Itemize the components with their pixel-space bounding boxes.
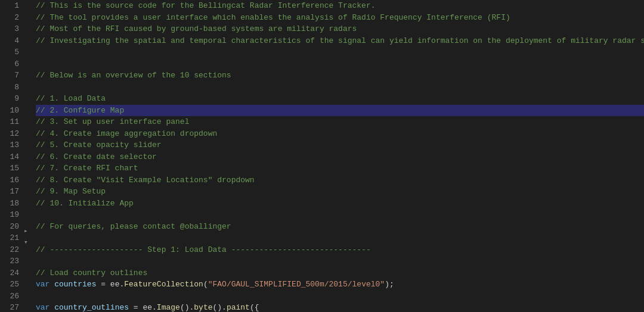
fold-icon-28 [24, 249, 33, 258]
token-variable: country_outlines [54, 303, 129, 312]
fold-icon-27[interactable]: ▾ [24, 237, 33, 249]
token-function-name: FeatureCollection [124, 280, 203, 289]
code-line-16: // 8. Create "Visit Example Locations" d… [36, 174, 644, 186]
fold-icon-5 [24, 36, 33, 45]
code-line-3: // Most of the RFI caused by ground-base… [36, 23, 644, 35]
fold-icon-26[interactable]: ▸ [24, 226, 33, 238]
line-number-26: 26 [0, 291, 19, 302]
fold-icon-20 [24, 171, 33, 180]
token-plain: ee. [143, 303, 156, 312]
line-number-14: 14 [0, 151, 19, 163]
code-line-7: // Below is an overview of the 10 sectio… [36, 70, 644, 82]
token-comment: // This is the source code for the Belli… [36, 1, 376, 10]
token-plain: ee. [110, 280, 124, 289]
code-line-18: // 10. Initialize App [36, 198, 644, 210]
line-number-19: 19 [0, 209, 19, 221]
token-comment: // -------------------- Step 1: Load Dat… [36, 245, 371, 254]
code-line-4: // Investigating the spatial and tempora… [36, 35, 644, 47]
fold-icon-23 [24, 198, 33, 207]
line-number-17: 17 [0, 186, 19, 198]
token-plain: ({ [250, 303, 259, 312]
code-line-22: // -------------------- Step 1: Load Dat… [36, 244, 644, 256]
token-variable: countries [54, 280, 96, 289]
token-comment: // 4. Create image aggregation dropdown [36, 129, 217, 138]
fold-icon-22 [24, 189, 33, 198]
token-comment: // 7. Create RFI chart [36, 164, 138, 173]
line-number-24: 24 [0, 267, 19, 279]
code-line-24: // Load country outlines [36, 267, 644, 279]
token-comment: // The tool provides a user interface wh… [36, 13, 510, 22]
token-keyword: var [36, 280, 54, 289]
code-line-25: var countries = ee.FeatureCollection("FA… [36, 279, 644, 291]
fold-icon-34 [24, 303, 33, 312]
fold-icon-8 [24, 63, 33, 72]
fold-icon-16 [24, 135, 33, 144]
token-comment: // For queries, please contact @oballing… [36, 222, 231, 231]
code-line-23 [36, 255, 644, 267]
token-plain: ( [203, 280, 208, 289]
code-line-10: // 2. Configure Map [36, 105, 644, 117]
line-numbers: 1234567891011121314151617181920212223242… [0, 0, 24, 312]
line-number-7: 7 [0, 70, 19, 82]
fold-icon-7 [24, 54, 33, 63]
token-function-name: Image [157, 303, 180, 312]
token-plain: = [129, 303, 143, 312]
fold-icon-32 [24, 285, 33, 294]
line-number-4: 4 [0, 35, 19, 47]
fold-icon-3 [24, 18, 33, 27]
token-keyword: var [36, 303, 54, 312]
token-comment: // Most of the RFI caused by ground-base… [36, 24, 357, 33]
token-comment: // 2. Configure Map [36, 106, 124, 115]
line-number-25: 25 [0, 279, 19, 291]
code-line-5 [36, 46, 644, 58]
token-function-name: byte [194, 303, 212, 312]
code-line-9: // 1. Load Data [36, 93, 644, 105]
line-number-2: 2 [0, 12, 19, 24]
code-line-6 [36, 58, 644, 70]
fold-icon-9 [24, 72, 33, 81]
fold-icon-13 [24, 108, 33, 117]
code-line-27: var country_outlines = ee.Image().byte()… [36, 302, 644, 312]
line-number-3: 3 [0, 23, 19, 35]
fold-icon-11 [24, 91, 33, 99]
token-comment: // Investigating the spatial and tempora… [36, 36, 644, 45]
token-comment: // 10. Initialize App [36, 199, 134, 208]
code-line-19 [36, 209, 644, 221]
code-line-2: // The tool provides a user interface wh… [36, 12, 644, 24]
line-number-16: 16 [0, 174, 19, 186]
line-number-11: 11 [0, 116, 19, 128]
line-number-15: 15 [0, 163, 19, 174]
fold-icon-31 [24, 276, 33, 285]
token-plain: = [96, 280, 110, 289]
fold-icon-2 [24, 9, 33, 18]
token-string: "FAO/GAUL_SIMPLIFIED_500m/2015/level0" [208, 280, 385, 289]
line-number-10: 10 [0, 105, 19, 117]
code-line-12: // 4. Create image aggregation dropdown [36, 128, 644, 140]
code-line-14: // 6. Create date selector [36, 151, 644, 163]
line-number-27: 27 [0, 302, 19, 312]
line-number-5: 5 [0, 46, 19, 58]
code-line-21 [36, 232, 644, 244]
fold-icon-21 [24, 180, 33, 189]
code-line-1: // This is the source code for the Belli… [36, 0, 644, 12]
token-function-name: paint [227, 303, 250, 312]
line-number-1: 1 [0, 0, 19, 12]
token-comment: // 5. Create opacity slider [36, 141, 162, 149]
fold-icon-15 [24, 126, 33, 135]
line-number-6: 6 [0, 58, 19, 70]
fold-icon-4 [24, 27, 33, 36]
token-comment: // Below is an overview of the 10 sectio… [36, 71, 231, 80]
token-comment: // 9. Map Setup [36, 187, 106, 196]
code-line-20: // For queries, please contact @oballing… [36, 221, 644, 233]
token-comment: // Load country outlines [36, 269, 147, 277]
code-content[interactable]: // This is the source code for the Belli… [33, 0, 644, 312]
line-number-23: 23 [0, 255, 19, 267]
fold-icon-17 [24, 145, 33, 154]
token-plain: (). [180, 303, 194, 312]
fold-icon-1 [24, 0, 33, 9]
fold-icon-29 [24, 258, 33, 267]
token-plain: ); [385, 280, 394, 289]
token-plain: (). [213, 303, 227, 312]
code-line-17: // 9. Map Setup [36, 186, 644, 198]
line-number-12: 12 [0, 128, 19, 140]
